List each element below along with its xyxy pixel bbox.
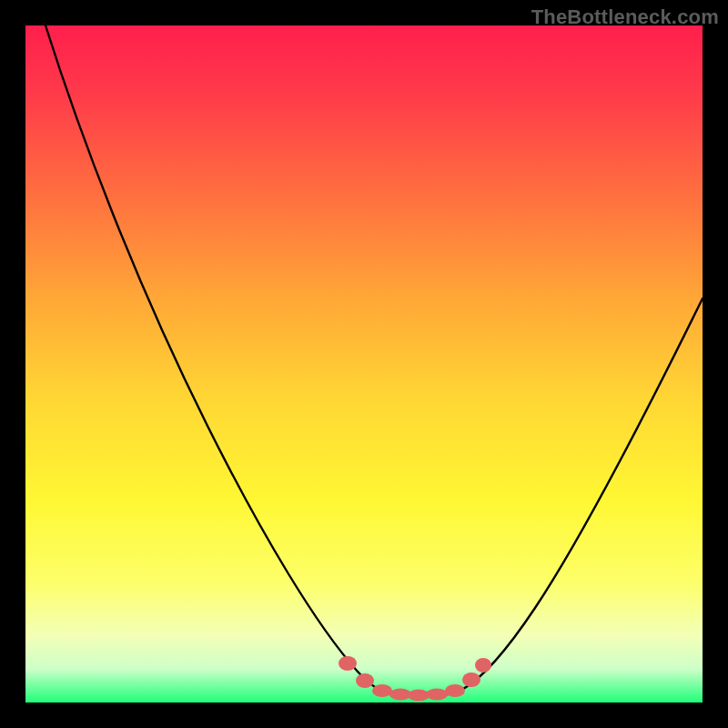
watermark-text: TheBottleneck.com bbox=[531, 5, 719, 29]
bottleneck-curve-svg bbox=[25, 25, 703, 703]
marker-group bbox=[339, 656, 491, 702]
marker-dot bbox=[445, 684, 465, 697]
marker-dot bbox=[462, 672, 480, 687]
curve-right bbox=[453, 298, 703, 693]
marker-dot bbox=[426, 689, 448, 701]
chart-plot-area bbox=[25, 25, 703, 703]
marker-dot bbox=[372, 684, 392, 697]
marker-dot bbox=[339, 656, 357, 671]
marker-dot bbox=[475, 658, 491, 672]
marker-dot bbox=[356, 673, 374, 688]
curve-left bbox=[46, 25, 388, 693]
